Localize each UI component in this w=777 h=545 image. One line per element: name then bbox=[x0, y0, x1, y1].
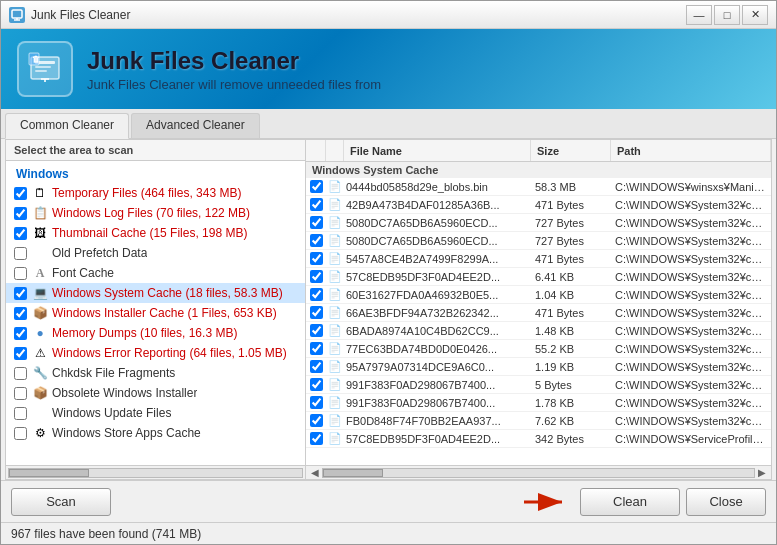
file-type-icon: 📄 bbox=[326, 414, 344, 427]
scan-item-prefetch-label: Old Prefetch Data bbox=[52, 246, 147, 260]
tab-common-cleaner[interactable]: Common Cleaner bbox=[5, 113, 129, 139]
header-fileicon bbox=[326, 140, 344, 161]
svg-text:🗑: 🗑 bbox=[32, 55, 40, 64]
svg-rect-5 bbox=[35, 66, 51, 68]
left-hscroll-thumb[interactable] bbox=[9, 469, 89, 477]
clean-arrow-icon bbox=[522, 488, 572, 516]
file-size: 471 Bytes bbox=[531, 307, 611, 319]
left-horizontal-scrollbar[interactable] bbox=[6, 465, 305, 479]
scan-item-prefetch[interactable]: Old Prefetch Data bbox=[6, 243, 305, 263]
installcache-icon: 📦 bbox=[32, 305, 48, 321]
scan-item-syscache-checkbox[interactable] bbox=[14, 287, 27, 300]
windows-section-header: Windows bbox=[6, 165, 305, 183]
file-row: 📄 57C8EDB95DF3F0AD4EE2D... 342 Bytes C:\… bbox=[306, 430, 771, 448]
row-checkbox[interactable] bbox=[310, 270, 323, 283]
scan-item-syscache-label: Windows System Cache (18 files, 58.3 MB) bbox=[52, 286, 283, 300]
file-list-hscrollbar[interactable]: ◀ ▶ bbox=[306, 465, 771, 479]
file-type-icon: 📄 bbox=[326, 198, 344, 211]
scan-item-winupdate-checkbox[interactable] bbox=[14, 407, 27, 420]
scan-item-winupdate[interactable]: Windows Update Files bbox=[6, 403, 305, 423]
row-checkbox-cell[interactable] bbox=[306, 180, 326, 193]
right-panel: File Name Size Path Windows System Cache… bbox=[306, 140, 771, 479]
row-checkbox[interactable] bbox=[310, 396, 323, 409]
file-size: 471 Bytes bbox=[531, 199, 611, 211]
hscroll-thumb[interactable] bbox=[323, 469, 383, 477]
file-type-icon: 📄 bbox=[326, 342, 344, 355]
file-path: C:\WINDOWS¥System32¥config¥syst bbox=[611, 271, 771, 283]
row-checkbox[interactable] bbox=[310, 342, 323, 355]
scan-item-temp-checkbox[interactable] bbox=[14, 187, 27, 200]
scan-item-memdump-checkbox[interactable] bbox=[14, 327, 27, 340]
scan-item-obsolete-checkbox[interactable] bbox=[14, 387, 27, 400]
hscroll-right-arrow[interactable]: ▶ bbox=[755, 467, 769, 478]
file-size: 727 Bytes bbox=[531, 217, 611, 229]
file-name: 42B9A473B4DAF01285A36B... bbox=[344, 199, 531, 211]
row-checkbox[interactable] bbox=[310, 324, 323, 337]
scan-item-obsolete[interactable]: 📦 Obsolete Windows Installer bbox=[6, 383, 305, 403]
row-checkbox[interactable] bbox=[310, 198, 323, 211]
file-name: 6BADA8974A10C4BD62CC9... bbox=[344, 325, 531, 337]
scan-item-winerr-checkbox[interactable] bbox=[14, 347, 27, 360]
row-checkbox[interactable] bbox=[310, 378, 323, 391]
row-checkbox[interactable] bbox=[310, 252, 323, 265]
scan-item-thumb-checkbox[interactable] bbox=[14, 227, 27, 240]
scan-button[interactable]: Scan bbox=[11, 488, 111, 516]
file-list-header: File Name Size Path bbox=[306, 140, 771, 162]
file-path: C:\WINDOWS¥winsxs¥ManifestCache bbox=[611, 181, 771, 193]
scan-items-list: Windows 🗒 Temporary Files (464 files, 34… bbox=[6, 161, 305, 465]
file-size: 6.41 KB bbox=[531, 271, 611, 283]
scan-item-installcache[interactable]: 📦 Windows Installer Cache (1 Files, 653 … bbox=[6, 303, 305, 323]
scan-item-winerr[interactable]: ⚠ Windows Error Reporting (64 files, 1.0… bbox=[6, 343, 305, 363]
row-checkbox[interactable] bbox=[310, 234, 323, 247]
row-checkbox[interactable] bbox=[310, 414, 323, 427]
row-checkbox[interactable] bbox=[310, 180, 323, 193]
scan-item-syscache[interactable]: 💻 Windows System Cache (18 files, 58.3 M… bbox=[6, 283, 305, 303]
row-checkbox[interactable] bbox=[310, 216, 323, 229]
scan-item-memdump-label: Memory Dumps (10 files, 16.3 MB) bbox=[52, 326, 237, 340]
file-size: 342 Bytes bbox=[531, 433, 611, 445]
row-checkbox[interactable] bbox=[310, 288, 323, 301]
scan-item-storeapps-checkbox[interactable] bbox=[14, 427, 27, 440]
scan-item-fontcache-checkbox[interactable] bbox=[14, 267, 27, 280]
file-path: C:\WINDOWS¥System32¥config¥syst bbox=[611, 307, 771, 319]
file-type-icon: 📄 bbox=[326, 360, 344, 373]
file-type-icon: 📄 bbox=[326, 324, 344, 337]
scan-item-installcache-checkbox[interactable] bbox=[14, 307, 27, 320]
scan-item-installcache-label: Windows Installer Cache (1 Files, 653 KB… bbox=[52, 306, 277, 320]
file-row: 📄 42B9A473B4DAF01285A36B... 471 Bytes C:… bbox=[306, 196, 771, 214]
scan-item-chkdsk[interactable]: 🔧 Chkdsk File Fragments bbox=[6, 363, 305, 383]
row-checkbox[interactable] bbox=[310, 432, 323, 445]
row-checkbox[interactable] bbox=[310, 306, 323, 319]
winupdate-icon bbox=[32, 405, 48, 421]
clean-button[interactable]: Clean bbox=[580, 488, 680, 516]
left-hscroll-track bbox=[8, 468, 303, 478]
scan-item-thumb[interactable]: 🖼 Thumbnail Cache (15 Files, 198 MB) bbox=[6, 223, 305, 243]
scan-item-winlog[interactable]: 📋 Windows Log Files (70 files, 122 MB) bbox=[6, 203, 305, 223]
scan-item-temp-label: Temporary Files (464 files, 343 MB) bbox=[52, 186, 241, 200]
row-checkbox[interactable] bbox=[310, 360, 323, 373]
file-row: 📄 991F383F0AD298067B7400... 1.78 KB C:\W… bbox=[306, 394, 771, 412]
scan-item-prefetch-checkbox[interactable] bbox=[14, 247, 27, 260]
scan-item-memdump[interactable]: ● Memory Dumps (10 files, 16.3 MB) bbox=[6, 323, 305, 343]
minimize-button[interactable]: — bbox=[686, 5, 712, 25]
file-size: 5 Bytes bbox=[531, 379, 611, 391]
file-type-icon: 📄 bbox=[326, 234, 344, 247]
file-row: 📄 6BADA8974A10C4BD62CC9... 1.48 KB C:\WI… bbox=[306, 322, 771, 340]
scan-item-chkdsk-checkbox[interactable] bbox=[14, 367, 27, 380]
arrow-indicator bbox=[522, 488, 572, 516]
titlebar-close-button[interactable]: ✕ bbox=[742, 5, 768, 25]
tab-advanced-cleaner[interactable]: Advanced Cleaner bbox=[131, 113, 260, 138]
file-type-icon: 📄 bbox=[326, 216, 344, 229]
scan-item-temp[interactable]: 🗒 Temporary Files (464 files, 343 MB) bbox=[6, 183, 305, 203]
close-button[interactable]: Close bbox=[686, 488, 766, 516]
file-row: 📄 66AE3BFDF94A732B262342... 471 Bytes C:… bbox=[306, 304, 771, 322]
scan-item-fontcache[interactable]: A Font Cache bbox=[6, 263, 305, 283]
scan-item-storeapps[interactable]: ⚙ Windows Store Apps Cache bbox=[6, 423, 305, 443]
maximize-button[interactable]: □ bbox=[714, 5, 740, 25]
winlog-icon: 📋 bbox=[32, 205, 48, 221]
file-row: 📄 5457A8CE4B2A7499F8299A... 471 Bytes C:… bbox=[306, 250, 771, 268]
status-text: 967 files have been found (741 MB) bbox=[11, 527, 201, 541]
hscroll-left-arrow[interactable]: ◀ bbox=[308, 467, 322, 478]
file-row: 📄 5080DC7A65DB6A5960ECD... 727 Bytes C:\… bbox=[306, 214, 771, 232]
scan-item-winlog-checkbox[interactable] bbox=[14, 207, 27, 220]
